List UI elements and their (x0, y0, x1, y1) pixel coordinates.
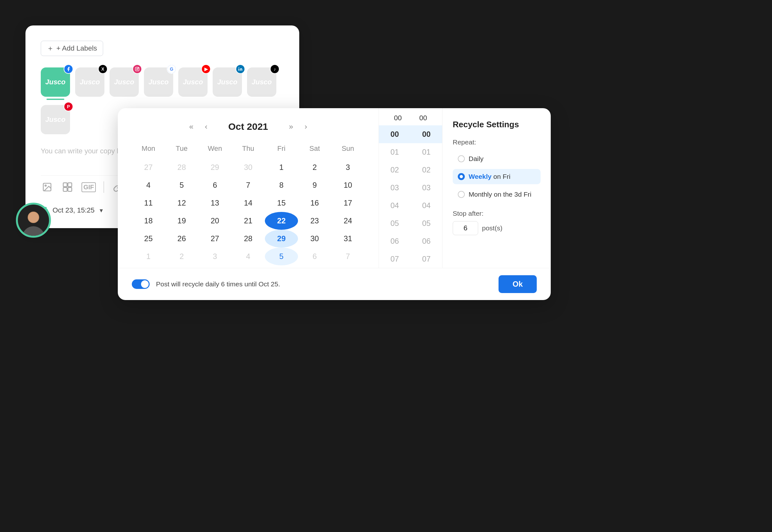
calendar-day[interactable]: 6 (298, 248, 331, 265)
calendar-day[interactable]: 5 (265, 248, 298, 265)
next-month-button[interactable]: › (302, 121, 310, 132)
weekday-mon: Mon (132, 142, 165, 158)
platform-item-yt[interactable]: Jusco ▶ (178, 67, 207, 100)
minute-01[interactable]: 01 (411, 143, 443, 161)
calendar-day[interactable]: 27 (198, 230, 231, 248)
hour-02[interactable]: 02 (379, 161, 411, 179)
calendar-day[interactable]: 19 (165, 212, 198, 230)
calendar-day[interactable]: 22 (265, 212, 298, 230)
weekday-fri: Fri (265, 142, 298, 158)
weekly-label: Weekly on Fri (469, 173, 511, 180)
calendar-day[interactable]: 29 (198, 158, 231, 176)
calendar-day[interactable]: 31 (331, 230, 364, 248)
calendar-day[interactable]: 2 (298, 158, 331, 176)
calendar-day[interactable]: 2 (165, 248, 198, 265)
platform-item-ig[interactable]: Jusco (109, 67, 139, 100)
calendar-day[interactable]: 13 (198, 194, 231, 212)
platform-badge-yt: ▶ (201, 64, 211, 74)
minute-07[interactable]: 07 (411, 250, 443, 268)
calendar-day[interactable]: 30 (298, 230, 331, 248)
repeat-daily-option[interactable]: Daily (453, 151, 541, 166)
platform-item-g[interactable]: Jusco G (144, 67, 173, 100)
repeat-weekly-option[interactable]: Weekly on Fri (453, 169, 541, 184)
repeat-monthly-option[interactable]: Monthly on the 3d Fri (453, 187, 541, 202)
calendar-day[interactable]: 18 (132, 212, 165, 230)
platform-logo-x: Jusco (80, 78, 100, 86)
calendar-day[interactable]: 24 (331, 212, 364, 230)
prev-month-button[interactable]: ‹ (202, 121, 210, 132)
minute-05[interactable]: 05 (411, 214, 443, 232)
hour-03[interactable]: 03 (379, 179, 411, 197)
calendar-day[interactable]: 29 (265, 230, 298, 248)
calendar-day[interactable]: 6 (198, 176, 231, 194)
calendar-day[interactable]: 3 (198, 248, 231, 265)
schedule-text: Oct 23, 15:25 (53, 206, 95, 214)
daily-radio (458, 155, 465, 162)
platform-logo-g: Jusco (148, 78, 169, 86)
calendar-day[interactable]: 9 (298, 176, 331, 194)
calendar-day[interactable]: 5 (165, 176, 198, 194)
calendar-day[interactable]: 27 (132, 158, 165, 176)
calendar-day[interactable]: 17 (331, 194, 364, 212)
calendar-day[interactable]: 4 (132, 176, 165, 194)
hour-06[interactable]: 06 (379, 232, 411, 250)
calendar-day[interactable]: 12 (165, 194, 198, 212)
calendar-day[interactable]: 4 (231, 248, 264, 265)
calendar-day[interactable]: 16 (298, 194, 331, 212)
weekday-sat: Sat (298, 142, 331, 158)
calendar-day[interactable]: 20 (198, 212, 231, 230)
calendar-day[interactable]: 28 (231, 230, 264, 248)
gif-icon[interactable]: GIF (81, 182, 96, 192)
add-labels-button[interactable]: ＋ + Add Labels (41, 41, 103, 56)
calendar-day[interactable]: 25 (132, 230, 165, 248)
platform-logo-li: Jusco (217, 78, 237, 86)
stop-after-input[interactable] (453, 221, 478, 235)
monthly-radio (458, 191, 465, 198)
gallery-icon[interactable] (61, 181, 74, 193)
hour-00[interactable]: 00 (379, 125, 411, 143)
calendar-day[interactable]: 15 (265, 194, 298, 212)
calendar-day[interactable]: 1 (132, 248, 165, 265)
platform-icon-li: Jusco (213, 67, 242, 97)
svg-rect-8 (68, 183, 72, 187)
ok-button[interactable]: Ok (499, 275, 537, 293)
hour-01[interactable]: 01 (379, 143, 411, 161)
calendar-section: « ‹ Oct 2021 » › MonTueWenThuFriSatSun 2… (118, 108, 379, 268)
platform-item-pi[interactable]: Jusco P (41, 105, 70, 134)
platform-item-fb[interactable]: Jusco (41, 67, 70, 100)
calendar-day[interactable]: 26 (165, 230, 198, 248)
calendar-day[interactable]: 7 (231, 176, 264, 194)
platform-icon-fb: Jusco (41, 67, 70, 97)
calendar-day[interactable]: 21 (231, 212, 264, 230)
hour-05[interactable]: 05 (379, 214, 411, 232)
calendar-day[interactable]: 11 (132, 194, 165, 212)
stop-after-section: Stop after: post(s) (453, 210, 541, 235)
platform-badge-pi: P (64, 102, 73, 111)
image-icon[interactable] (41, 181, 53, 193)
minute-04[interactable]: 04 (411, 197, 443, 214)
calendar-day[interactable]: 7 (331, 248, 364, 265)
platform-item-tt[interactable]: Jusco ♪ (247, 67, 276, 100)
minute-03[interactable]: 03 (411, 179, 443, 197)
calendar-day[interactable]: 28 (165, 158, 198, 176)
platform-logo-fb: Jusco (45, 78, 66, 86)
calendar-day[interactable]: 30 (231, 158, 264, 176)
minute-02[interactable]: 02 (411, 161, 443, 179)
calendar-day[interactable]: 10 (331, 176, 364, 194)
platform-item-li[interactable]: Jusco (213, 67, 242, 100)
calendar-day[interactable]: 1 (265, 158, 298, 176)
hour-07[interactable]: 07 (379, 250, 411, 268)
calendar-day[interactable]: 14 (231, 194, 264, 212)
platform-item-x[interactable]: Jusco X (75, 67, 104, 100)
calendar-day[interactable]: 3 (331, 158, 364, 176)
hour-04[interactable]: 04 (379, 197, 411, 214)
weekday-tue: Tue (165, 142, 198, 158)
minute-06[interactable]: 06 (411, 232, 443, 250)
prev-year-button[interactable]: « (186, 121, 196, 132)
stop-after-unit: post(s) (482, 224, 502, 232)
minute-00[interactable]: 00 (411, 125, 443, 143)
recycle-toggle[interactable] (132, 279, 150, 289)
calendar-day[interactable]: 8 (265, 176, 298, 194)
next-year-button[interactable]: » (286, 121, 296, 132)
calendar-day[interactable]: 23 (298, 212, 331, 230)
